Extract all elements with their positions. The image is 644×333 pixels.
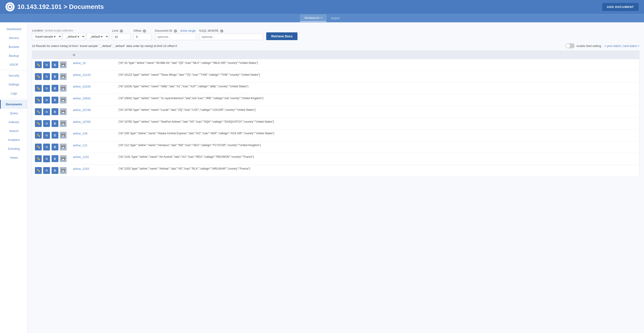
sidebar-item-backup[interactable]: Backup xyxy=(0,51,27,60)
table-row: ✏️ ⧉ 🗑 💾 airline_112{"id":112,"type":"ai… xyxy=(32,141,640,153)
save-button[interactable]: 💾 xyxy=(60,155,66,162)
copy-button[interactable]: ⧉ xyxy=(43,167,50,174)
edit-button[interactable]: ✏️ xyxy=(35,155,42,162)
doc-id-cell: airline_10642 xyxy=(70,94,116,106)
field-editing-toggle[interactable] xyxy=(566,43,575,48)
delete-button[interactable]: 🗑 xyxy=(52,120,58,127)
docid-info-icon[interactable]: i xyxy=(174,29,177,32)
sidebar-item-settings[interactable]: Settings xyxy=(0,80,27,89)
edit-button[interactable]: ✏️ xyxy=(35,108,42,115)
doc-id-link[interactable]: airline_112 xyxy=(73,144,87,147)
save-button[interactable]: 💾 xyxy=(60,97,66,103)
bucket-select[interactable]: travel-sample ▾ xyxy=(32,33,62,40)
copy-button[interactable]: ⧉ xyxy=(43,155,50,162)
doc-id-link[interactable]: airline_109 xyxy=(73,132,87,135)
doc-id-cell: airline_109 xyxy=(70,129,116,141)
sidebar-item-query[interactable]: Query xyxy=(0,109,27,118)
copy-button[interactable]: ⧉ xyxy=(43,97,50,103)
doc-data-cell: {"id":10748,"type":"airline","name":"Loc… xyxy=(116,106,639,118)
edit-button[interactable]: ✏️ xyxy=(35,61,42,68)
sidebar-item-documents[interactable]: Documents xyxy=(0,100,27,109)
edit-button[interactable]: ✏️ xyxy=(35,73,42,80)
sidebar-item-logs[interactable]: Logs xyxy=(0,89,27,98)
doc-id-link[interactable]: airline_1203 xyxy=(73,167,89,170)
edit-button[interactable]: ✏️ xyxy=(35,85,42,92)
collection-select[interactable]: _default ▾ xyxy=(86,33,109,40)
doc-id-link[interactable]: airline_10 xyxy=(73,61,86,65)
edit-button[interactable]: ✏️ xyxy=(35,167,42,174)
delete-button[interactable]: 🗑 xyxy=(52,61,58,68)
save-button[interactable]: 💾 xyxy=(60,167,66,174)
delete-button[interactable]: 🗑 xyxy=(52,73,58,80)
sidebar-item-xdcr[interactable]: XDCR xyxy=(0,60,27,69)
sidebar-item-views[interactable]: Views xyxy=(0,153,27,162)
delete-button[interactable]: 🗑 xyxy=(52,97,58,103)
doc-data-content: {"id":1203,"type":"airline","name":"Airl… xyxy=(118,167,250,170)
sidebar-item-eventing[interactable]: Eventing xyxy=(0,144,27,153)
offset-info-icon[interactable]: i xyxy=(143,29,146,32)
n1ql-info-icon[interactable]: i xyxy=(220,29,223,32)
copy-button[interactable]: ⧉ xyxy=(43,61,50,68)
save-button[interactable]: 💾 xyxy=(60,108,66,115)
sidebar-item-servers[interactable]: Servers xyxy=(0,33,27,42)
delete-button[interactable]: 🗑 xyxy=(52,155,58,162)
logo xyxy=(6,2,14,11)
delete-button[interactable]: 🗑 xyxy=(52,132,58,139)
save-button[interactable]: 💾 xyxy=(60,61,66,68)
retrieve-docs-button[interactable]: Retrieve Docs xyxy=(266,32,298,40)
delete-button[interactable]: 🗑 xyxy=(52,144,58,150)
save-button[interactable]: 💾 xyxy=(60,73,66,80)
edit-button[interactable]: ✏️ xyxy=(35,120,42,127)
save-button[interactable]: 💾 xyxy=(60,85,66,92)
field-editing-toggle-container: enable field editing xyxy=(566,43,601,48)
save-button[interactable]: 💾 xyxy=(60,120,66,127)
doc-id-link[interactable]: airline_10123 xyxy=(73,73,90,77)
tab-workbench[interactable]: Workbench ▾ xyxy=(300,14,327,22)
delete-button[interactable]: 🗑 xyxy=(52,167,58,174)
doc-id-link[interactable]: airline_10642 xyxy=(73,97,90,100)
results-count: 10 xyxy=(32,44,35,48)
edit-button[interactable]: ✏️ xyxy=(35,144,42,150)
doc-id-link[interactable]: airline_10226 xyxy=(73,85,90,88)
offset-input[interactable] xyxy=(134,33,152,40)
copy-button[interactable]: ⧉ xyxy=(43,120,50,127)
save-button[interactable]: 💾 xyxy=(60,144,66,150)
sidebar-item-indexes[interactable]: Indexes xyxy=(0,118,27,126)
toggle-label: enable field editing xyxy=(576,44,601,48)
delete-button[interactable]: 🗑 xyxy=(52,85,58,92)
limit-input[interactable] xyxy=(112,33,130,40)
next-batch-link[interactable]: next batch > xyxy=(623,44,640,48)
doc-data-content: {"id":10,"type":"airline","name":"40-Mil… xyxy=(118,61,258,64)
doc-id-cell: airline_10748 xyxy=(70,106,116,118)
doc-id-link[interactable]: airline_1191 xyxy=(73,155,89,159)
edit-button[interactable]: ✏️ xyxy=(35,97,42,103)
sidebar-item-buckets[interactable]: Buckets xyxy=(0,42,27,51)
scope-select[interactable]: _default ▾ xyxy=(63,33,85,40)
sidebar-item-dashboard[interactable]: Dashboard xyxy=(0,25,27,33)
edit-button[interactable]: ✏️ xyxy=(35,132,42,139)
copy-button[interactable]: ⧉ xyxy=(43,85,50,92)
sidebar-item-search[interactable]: Search xyxy=(0,126,27,135)
copy-button[interactable]: ⧉ xyxy=(43,108,50,115)
doc-id-cell: airline_10123 xyxy=(70,71,116,82)
limit-info-icon[interactable]: i xyxy=(120,29,123,32)
table-row: ✏️ ⧉ 🗑 💾 airline_10226{"id":10226,"type"… xyxy=(32,82,640,94)
delete-button[interactable]: 🗑 xyxy=(52,108,58,115)
n1ql-input[interactable] xyxy=(199,33,263,40)
prev-batch-link[interactable]: < prev batch xyxy=(604,44,621,48)
table-row: ✏️ ⧉ 🗑 💾 airline_10748{"id":10748,"type"… xyxy=(32,106,640,118)
doc-id-link[interactable]: airline_10748 xyxy=(73,108,90,112)
sidebar-item-security[interactable]: Security xyxy=(0,71,27,80)
show-range-link[interactable]: show range xyxy=(180,29,196,32)
tab-import[interactable]: Import xyxy=(326,14,344,22)
table-row: ✏️ ⧉ 🗑 💾 airline_10{"id":10,"type":"airl… xyxy=(32,59,640,71)
copy-button[interactable]: ⧉ xyxy=(43,73,50,80)
add-document-button[interactable]: ADD DOCUMENT xyxy=(602,3,638,11)
doc-id-link[interactable]: airline_10765 xyxy=(73,120,90,124)
docid-input[interactable] xyxy=(155,33,196,40)
save-button[interactable]: 💾 xyxy=(60,132,66,139)
doc-id-cell: airline_112 xyxy=(70,141,116,153)
copy-button[interactable]: ⧉ xyxy=(43,144,50,150)
sidebar-item-analytics[interactable]: Analytics xyxy=(0,135,27,144)
copy-button[interactable]: ⧉ xyxy=(43,132,50,139)
